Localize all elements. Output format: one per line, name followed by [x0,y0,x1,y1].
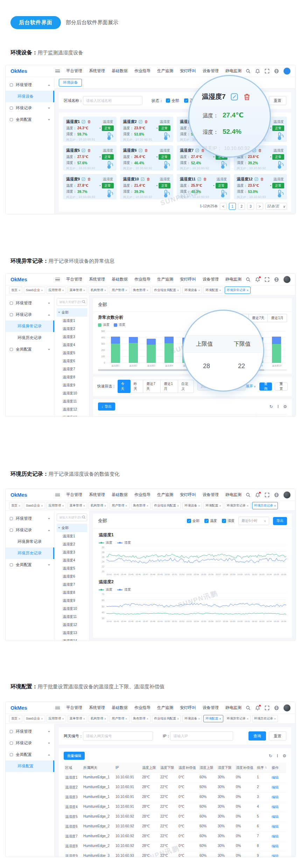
device-card[interactable]: 温湿度6 温湿度 温度：26.4℃ 湿度：46.4% 网关IP：10.10.60… [120,145,174,171]
next-page-button[interactable]: > [256,203,263,210]
reset-button[interactable]: 重置 [275,383,288,391]
close-icon[interactable]: × [274,504,276,508]
nav-item[interactable]: 安灯呼叫 [180,274,196,285]
page-size-select[interactable]: 12条/页 ∨ [265,203,287,210]
close-icon[interactable]: × [147,504,148,508]
globe-icon[interactable] [274,705,279,710]
nav-item[interactable]: 基础数据 [112,274,128,285]
close-icon[interactable]: × [104,504,106,508]
tree-item[interactable]: 温湿度1 [57,532,87,540]
hamburger-icon[interactable] [55,706,60,709]
tree-item[interactable]: 温湿度9 [57,597,87,605]
tab[interactable]: 作业端全局配置× [152,502,181,509]
nav-item[interactable]: 作业指导 [134,65,150,77]
table-row[interactable]: 温湿度5 HumitureEdge_2 10.10.60.92 28℃ 22℃ … [64,812,286,822]
column-header[interactable]: 温度补偿值 [177,763,198,772]
bell-icon[interactable] [255,69,260,74]
area-name-input[interactable] [83,96,142,105]
device-card[interactable]: 温湿度11 温湿度 温度：25.9℃ 湿度：40.3% 网关IP：10.10.6… [177,174,230,199]
table-row[interactable]: 温湿度2 HumitureEdge_1 10.10.60.91 28℃ 22℃ … [64,783,286,792]
tree-item[interactable]: 温湿度13 [57,413,87,416]
tree-item[interactable]: 温湿度3 [57,548,87,556]
tab[interactable]: 环境配置× [203,287,223,294]
close-icon[interactable]: × [19,717,20,721]
column-header[interactable]: 上限值 [173,414,187,416]
tree-item[interactable]: 温湿度1 [57,317,87,325]
time-range-select[interactable]: 最近6小时∨ [238,517,269,525]
nav-item[interactable]: 生产追溯 [157,274,173,285]
nav-item[interactable]: 系统管理 [89,489,105,501]
column-header[interactable]: 湿度下限 [216,763,234,772]
quick-filter-option[interactable]: 最近7天 [143,380,161,393]
column-header[interactable]: 温度下限 [159,763,177,772]
tab[interactable]: 菜单管理× [68,287,87,294]
column-header[interactable]: 湿度补偿值 [234,763,255,772]
close-icon[interactable]: × [147,717,148,721]
close-icon[interactable]: × [247,717,248,721]
close-icon[interactable]: × [41,504,43,508]
tab[interactable]: 环境异常记录× [225,715,251,722]
nav-item[interactable]: 设备管理 [203,702,219,714]
tree-item[interactable]: 温湿度7 [57,365,87,373]
close-icon[interactable]: × [247,289,248,292]
delete-icon[interactable] [203,177,207,181]
refresh-icon[interactable]: ↻ [270,404,273,409]
nav-item[interactable]: 设备管理 [203,274,219,285]
table-row[interactable]: 温湿度8 HumitureEdge_2 10.10.60.92 28℃ 22℃ … [64,841,286,851]
sidebar-group-env-records[interactable]: 环境记录 [6,102,54,114]
tab[interactable]: 环境设备× [182,715,202,722]
nav-item[interactable]: 安灯呼叫 [180,65,196,77]
column-header[interactable]: 开始时间⇅ [216,414,239,416]
search-icon[interactable] [246,705,251,710]
column-header[interactable]: 湿度上限 [198,763,216,772]
sidebar-group-env-records[interactable]: 环境记录 [6,309,54,321]
batch-edit-button[interactable]: 批量编辑 [64,752,85,760]
globe-icon[interactable] [274,69,279,74]
tree-item[interactable]: 温湿度6 [57,572,87,580]
cell-edit-link[interactable]: 编辑 [270,841,282,851]
close-icon[interactable]: × [198,504,200,508]
ip-input[interactable] [170,731,233,740]
nav-item[interactable]: 作业指导 [134,274,150,285]
tree-item[interactable]: 温湿度11 [57,613,87,621]
tab[interactable]: SaaS企业× [24,715,45,722]
column-header[interactable]: 持续时长 [256,414,272,416]
settings-icon[interactable]: ⚙ [282,753,286,758]
close-icon[interactable]: × [62,504,64,508]
column-header[interactable]: 操作 [270,763,282,772]
nav-item[interactable]: 平台管理 [66,702,82,714]
fullscreen-icon[interactable] [265,705,270,710]
nav-item[interactable]: 生产追溯 [157,489,173,501]
sidebar-group-global-cfg[interactable]: 全局配置 [6,559,54,571]
cell-edit-link[interactable]: 编辑 [270,783,282,792]
edit-icon[interactable] [82,120,85,124]
device-card[interactable]: 温湿度10 温湿度 温度：21.4℃ 湿度：39.3% 网关IP：10.10.6… [120,174,174,199]
sidebar-group-env-records[interactable]: 环境记录 [6,524,54,536]
search-icon[interactable] [246,492,251,497]
delete-icon[interactable] [87,177,91,181]
tree-root-all[interactable]: 全部 [57,524,87,532]
device-card[interactable]: 温湿度2 温湿度 温度：23.9℃ 湿度：53.8% 网关IP：10.10.60… [120,117,174,142]
avatar[interactable] [284,491,290,498]
sidebar-item-env-config[interactable]: 环境配置 [6,760,54,772]
search-icon[interactable] [246,69,251,74]
nav-item[interactable]: 平台管理 [66,274,82,285]
status-checkbox[interactable]: ✓全部 [166,98,179,103]
cell-edit-link[interactable]: 编辑 [270,802,282,812]
tab[interactable]: SaaS企业× [24,287,45,294]
delete-icon[interactable] [258,149,262,152]
close-icon[interactable]: × [177,504,179,508]
edit-icon[interactable] [230,93,238,101]
quick-filter-option[interactable]: 最近1月 [160,380,178,393]
nav-item[interactable]: 作业指导 [134,489,150,501]
nav-item[interactable]: 基础数据 [112,65,128,77]
tree-item[interactable]: 温湿度14 [57,637,87,641]
gateway-no-input[interactable] [83,731,153,740]
sidebar-group-global-cfg[interactable]: 全局配置 [6,114,54,125]
sidebar-item-env-abnormal[interactable]: 环境异常记录 [6,536,54,547]
page-number[interactable]: 2 [238,203,245,210]
tree-item[interactable]: 温湿度6 [57,357,87,365]
delete-icon[interactable] [260,177,264,181]
sidebar-group-global-cfg[interactable]: 全局配置 [6,344,54,355]
nav-item[interactable]: 生产追溯 [157,65,173,77]
